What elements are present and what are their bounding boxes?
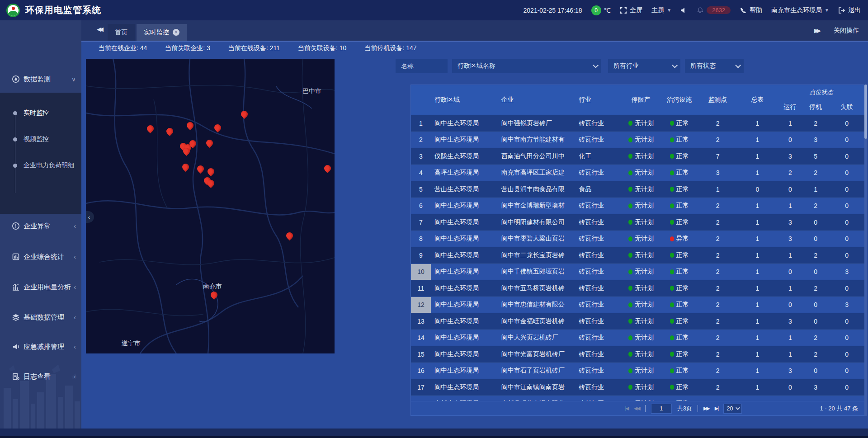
enterprise-table: 行政区域 企业 行业 停限产 治污设施 监测点 总表 点位状态 运行 停机 失联… xyxy=(410,85,866,416)
cell-company: 阆中市忠信建材有限公 xyxy=(498,297,576,313)
page-number-input[interactable] xyxy=(651,404,672,414)
sidebar-item-5[interactable]: 应急减排管理‹ xyxy=(0,333,81,360)
cell-facility: 正常 xyxy=(661,181,698,198)
cell-lost: 0 xyxy=(828,181,865,198)
close-operations-button[interactable]: 关闭操作 xyxy=(834,27,859,35)
table-row[interactable]: 9阆中生态环境局阆中市二龙长宝页岩砖砖瓦行业无计划正常21120 xyxy=(411,247,865,264)
bell-icon xyxy=(697,7,704,14)
org-menu[interactable]: 南充市生态环境局▼ xyxy=(771,6,829,14)
sidebar-subitem-0[interactable]: 实时监控 xyxy=(0,108,81,118)
help-button[interactable]: 帮助 xyxy=(740,6,762,14)
stat-item-1: 当前失联企业: 3 xyxy=(165,44,210,55)
table-row[interactable]: 2阆中生态环境局阆中市南方节能建材有砖瓦行业无计划正常21030 xyxy=(411,132,865,149)
sidebar-item-2[interactable]: 企业综合统计‹ xyxy=(0,243,81,270)
last-page-button[interactable]: ▶| xyxy=(715,405,718,411)
row-number: 10 xyxy=(411,264,431,280)
table-row[interactable]: 10阆中生态环境局阆中千佛镇五郎垭页岩砖瓦行业无计划正常21003 xyxy=(411,264,865,281)
status-dot-icon xyxy=(628,154,632,159)
status-dot-icon xyxy=(628,335,632,340)
region-filter-select[interactable]: 行政区域名称 xyxy=(452,59,601,73)
fullscreen-button[interactable]: 全屏 xyxy=(620,6,642,14)
cell-region: 营山生态环境局 xyxy=(431,181,498,198)
scrollbar-thumb[interactable] xyxy=(864,85,867,139)
table-row[interactable]: 4高坪生态环境局南充市高坪区王家店建砖瓦行业无计划正常31220 xyxy=(411,165,865,182)
first-page-button[interactable]: |◀ xyxy=(625,405,628,411)
table-row[interactable]: 1阆中生态环境局阆中强锐页岩砖厂砖瓦行业无计划正常21120 xyxy=(411,115,865,132)
cell-lost: 0 xyxy=(828,313,865,330)
record-range-label: 1 - 20 共 47 条 xyxy=(820,405,858,413)
mute-button[interactable] xyxy=(680,7,688,14)
next-page-button[interactable]: ▶▶ xyxy=(703,405,709,411)
sidebar-subitem-1[interactable]: 视频监控 xyxy=(0,134,81,145)
sidebar-subitem-label: 视频监控 xyxy=(24,135,49,143)
status-dot-icon xyxy=(670,187,674,192)
map-roads xyxy=(86,59,335,353)
cell-facility: 正常 xyxy=(661,313,698,330)
cell-plan: 无计划 xyxy=(621,181,661,198)
sidebar-item-0[interactable]: 数据监测∨ xyxy=(0,66,81,93)
status-dot-icon xyxy=(628,319,632,324)
table-row[interactable]: 8阆中生态环境局阆中市枣碧大梁山页岩砖瓦行业无计划异常21300 xyxy=(411,231,865,248)
monitor-data-icon xyxy=(12,75,20,83)
name-filter-input[interactable] xyxy=(396,59,448,73)
status-dot-icon xyxy=(628,203,632,208)
name-input[interactable] xyxy=(401,62,442,70)
cell-industry: 化工 xyxy=(575,148,621,165)
scroll-tabs-right-icon[interactable]: ▶▶ xyxy=(814,27,821,34)
table-row[interactable]: 12阆中生态环境局阆中市忠信建材有限公砖瓦行业无计划正常21003 xyxy=(411,297,865,314)
sidebar-item-4[interactable]: 基础数据管理‹ xyxy=(0,304,81,331)
notifications[interactable]: 2632 xyxy=(697,6,731,14)
table-row[interactable]: 16阆中生态环境局阆中市石子页岩机砖厂砖瓦行业无计划正常21300 xyxy=(411,363,865,380)
status-dot-icon xyxy=(670,154,674,159)
megaphone-icon xyxy=(12,343,20,351)
theme-menu[interactable]: 主题▼ xyxy=(651,6,671,14)
industry-filter-select[interactable]: 所有行业 xyxy=(608,59,680,73)
table-row[interactable]: 15阆中生态环境局阆中市光富页岩机砖厂砖瓦行业无计划正常21120 xyxy=(411,346,865,363)
status-filter-select[interactable]: 所有状态 xyxy=(685,59,744,73)
cell-tot: 1 xyxy=(738,148,778,165)
cell-facility: 正常 xyxy=(661,379,698,396)
tab-label: 实时监控 xyxy=(144,28,169,37)
cell-tot: 1 xyxy=(738,330,778,346)
map-panel[interactable]: 巴中市南充市遂宁市 ‹ xyxy=(86,59,335,353)
cell-mon: 2 xyxy=(698,330,738,346)
table-row[interactable]: 3仪陇生态环境局西南油气田分公司川中化工无计划正常71350 xyxy=(411,148,865,165)
logout-button[interactable]: 退出 xyxy=(838,6,861,14)
cell-tot: 1 xyxy=(738,132,778,148)
total-pages-label: 共3页 xyxy=(677,405,692,413)
cell-stop: 2 xyxy=(803,247,828,264)
cell-stop: 2 xyxy=(803,115,828,132)
status-dot-icon xyxy=(628,253,632,258)
sidebar-subitem-2[interactable]: 企业电力负荷明细 xyxy=(0,160,81,171)
tab-close-icon[interactable]: × xyxy=(173,29,179,36)
cell-stop: 0 xyxy=(803,363,828,379)
sidebar-item-1[interactable]: 企业异常‹ xyxy=(0,212,81,240)
table-row[interactable]: 14阆中生态环境局阆中大兴页岩机砖厂砖瓦行业无计划正常21120 xyxy=(411,330,865,347)
status-dot-icon xyxy=(628,286,632,291)
cell-industry: 砖瓦行业 xyxy=(575,165,621,181)
table-row[interactable]: 13阆中生态环境局阆中市金福旺页岩机砖砖瓦行业无计划正常21300 xyxy=(411,313,865,330)
tab-首页[interactable]: 首页 xyxy=(108,24,135,41)
table-row[interactable]: 11阆中生态环境局阆中市五马桥页岩机砖砖瓦行业无计划正常21120 xyxy=(411,280,865,297)
tab-实时监控[interactable]: 实时监控× xyxy=(137,24,187,41)
cell-run: 1 xyxy=(777,346,803,363)
cell-company: 阆中市光富页岩机砖厂 xyxy=(498,346,576,363)
table-row[interactable]: 17阆中生态环境局阆中市江南镇阆南页岩砖瓦行业无计划正常21030 xyxy=(411,379,865,396)
cell-run: 1 xyxy=(777,280,803,297)
status-dot-icon xyxy=(670,335,674,340)
sidebar-item-3[interactable]: 企业用电量分析‹ xyxy=(0,273,81,301)
cell-industry: 砖瓦行业 xyxy=(575,231,621,247)
prev-page-button[interactable]: ◀◀ xyxy=(634,405,640,411)
cell-region: 阆中生态环境局 xyxy=(431,363,498,379)
status-dot-icon xyxy=(628,302,632,307)
table-row[interactable]: 5营山生态环境局营山县润丰肉食品有限食品无计划正常10010 xyxy=(411,181,865,198)
col-point-status-group: 点位状态 运行 停机 失联 xyxy=(777,85,865,115)
table-row[interactable]: 6阆中生态环境局阆中市金博瑞新型墙材砖瓦行业无计划正常21120 xyxy=(411,198,865,215)
table-scrollbar[interactable] xyxy=(864,85,867,416)
page-size-select[interactable]: 20 xyxy=(723,404,741,414)
collapse-tabs-left-icon[interactable]: ◀◀ xyxy=(97,26,101,33)
cell-mon: 2 xyxy=(698,280,738,297)
row-number: 5 xyxy=(411,181,431,198)
table-row[interactable]: 7阆中生态环境局阆中明阳建材有限公司砖瓦行业无计划正常21300 xyxy=(411,214,865,231)
cell-region: 阆中生态环境局 xyxy=(431,379,498,396)
